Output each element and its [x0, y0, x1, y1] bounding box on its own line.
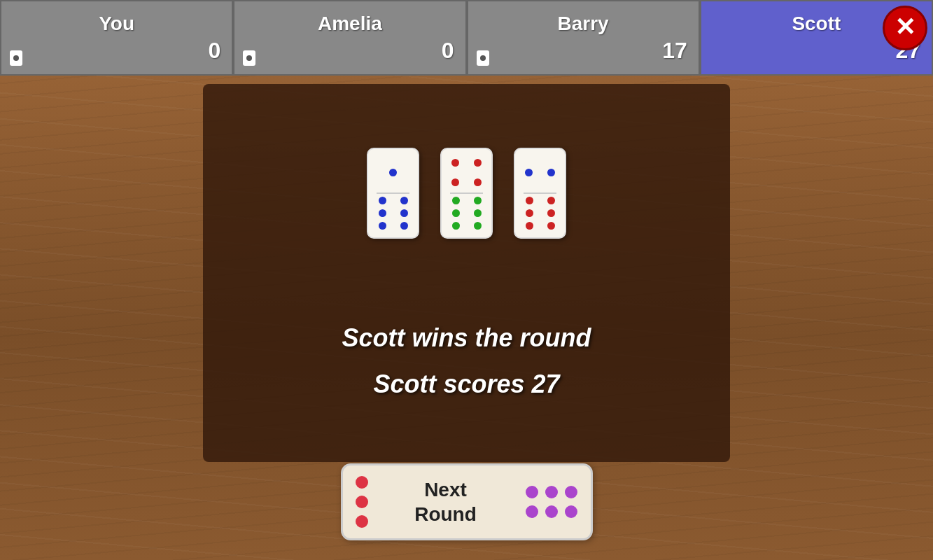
domino-icon-you	[10, 50, 22, 66]
player-score-barry: 17	[468, 38, 699, 64]
result-messages: Scott wins the round Scott scores 27	[342, 323, 591, 399]
btn-dot-row-2	[356, 496, 368, 508]
dot	[451, 159, 459, 167]
player-name-you: You	[99, 13, 134, 35]
dot	[452, 222, 460, 230]
btn-dot-purple-2	[545, 486, 558, 498]
dot	[526, 222, 533, 230]
btn-dot-purple-6	[565, 505, 577, 518]
dot	[547, 209, 555, 217]
btn-dot-red-2	[356, 496, 368, 508]
btn-dot-red-3	[356, 515, 368, 528]
domino-icon-barry	[477, 50, 489, 66]
btn-dot-row-3	[356, 515, 368, 528]
score-panel-amelia: Amelia 0	[233, 0, 466, 76]
btn-dot-row-r1	[523, 486, 577, 498]
player-score-you: 0	[1, 38, 232, 64]
domino-2-bottom	[446, 195, 487, 232]
domino-3-top	[519, 155, 561, 191]
dot	[474, 178, 482, 186]
dot	[547, 222, 555, 230]
close-button[interactable]: ✕	[883, 6, 927, 50]
domino-2-top	[446, 155, 487, 191]
domino-3-bottom	[519, 195, 561, 232]
dot	[526, 197, 533, 204]
dot	[451, 178, 459, 186]
btn-dot-purple-4	[526, 505, 538, 518]
dot	[474, 222, 482, 230]
win-message: Scott wins the round	[342, 323, 591, 353]
button-dots-left	[356, 476, 368, 528]
player-name-barry: Barry	[558, 13, 609, 35]
next-round-label-line2: Round	[414, 502, 477, 526]
result-panel: Scott wins the round Scott scores 27	[203, 84, 730, 462]
dot	[547, 197, 555, 204]
domino-divider	[450, 192, 483, 194]
dot	[452, 209, 460, 217]
dot	[452, 197, 460, 204]
dot	[547, 169, 555, 176]
dot	[379, 197, 386, 204]
btn-dot-row-r2	[523, 505, 577, 518]
btn-dot-red-1	[356, 476, 368, 489]
button-dots-right	[523, 486, 577, 518]
btn-dot-row-1	[356, 476, 368, 489]
dot	[400, 209, 408, 217]
close-button-circle: ✕	[883, 6, 927, 50]
score-panel-you: You 0	[0, 0, 233, 76]
next-round-button[interactable]: Next Round	[341, 463, 593, 540]
domino-divider	[524, 192, 556, 194]
scoreboard-header: You 0 Amelia 0 Barry 17 Scott 27	[0, 0, 933, 76]
dot	[474, 209, 482, 217]
dot	[379, 209, 386, 217]
domino-1-bottom	[372, 195, 414, 232]
dot	[525, 169, 533, 176]
btn-dot-purple-1	[526, 486, 538, 498]
player-name-amelia: Amelia	[318, 13, 382, 35]
dot	[379, 222, 386, 230]
dot	[526, 209, 533, 217]
player-score-amelia: 0	[234, 38, 465, 64]
domino-1-top	[372, 155, 414, 191]
domino-1	[367, 148, 419, 239]
domino-3	[514, 148, 566, 239]
btn-dot-purple-5	[545, 505, 558, 518]
dot	[400, 197, 408, 204]
dot	[389, 169, 397, 176]
dominoes-display	[367, 148, 566, 239]
score-message: Scott scores 27	[342, 370, 591, 399]
dot	[474, 197, 482, 204]
dot	[474, 159, 482, 167]
score-panel-barry: Barry 17	[467, 0, 700, 76]
btn-dot-purple-3	[565, 486, 577, 498]
next-round-label-line1: Next	[414, 477, 477, 502]
domino-icon-amelia	[243, 50, 255, 66]
player-name-scott: Scott	[792, 13, 841, 35]
close-icon: ✕	[895, 15, 916, 40]
dot	[400, 222, 408, 230]
domino-divider	[377, 192, 409, 194]
next-round-label: Next Round	[414, 477, 477, 526]
domino-2	[440, 148, 493, 239]
